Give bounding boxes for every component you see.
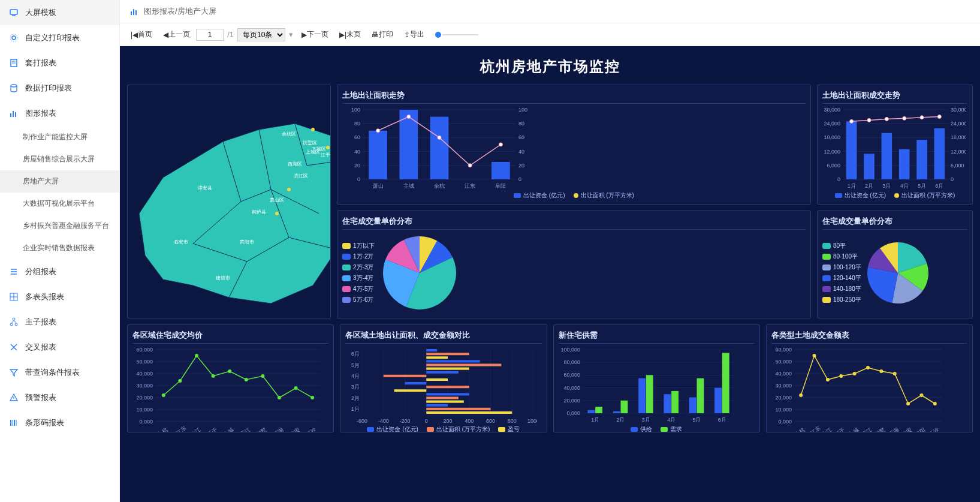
svg-rect-212 [638,378,646,413]
svg-point-3 [10,34,17,41]
svg-rect-187 [427,360,480,362]
svg-text:西湖: 西湖 [888,426,900,432]
svg-point-113 [867,118,871,122]
sidebar-label: 预警报表 [25,392,56,403]
svg-rect-54 [430,117,449,179]
svg-point-79 [326,146,330,149]
svg-text:5月: 5月 [351,362,360,368]
svg-rect-179 [405,382,427,384]
svg-rect-188 [427,363,502,366]
svg-point-252 [839,374,843,378]
svg-point-19 [15,323,17,326]
svg-text:西湖: 西湖 [272,426,284,432]
svg-text:0: 0 [518,176,521,182]
svg-text:江干: 江干 [834,426,846,432]
sidebar-sub-item[interactable]: 大数据可视化展示平台 [0,193,119,215]
svg-text:江干区: 江干区 [321,152,331,158]
svg-rect-31 [135,10,137,15]
pagesize-select[interactable]: 每页10条 [237,28,285,41]
sidebar-label: 图形报表 [25,108,56,119]
legend-item: 1万-2万 [342,252,375,261]
sidebar-item[interactable]: 图形报表 [0,101,119,126]
sidebar-item[interactable]: 条形码报表 [0,410,119,435]
sidebar-item[interactable]: 分组报表 [0,259,119,284]
svg-rect-215 [664,394,671,413]
svg-text:30,000: 30,000 [136,383,153,389]
svg-rect-52 [399,110,418,179]
sidebar-item[interactable]: 多表头报表 [0,284,119,309]
legend-item: 2万-3万 [342,263,375,272]
sidebar-item[interactable]: 大屏模板 [0,0,119,25]
svg-text:0,000: 0,000 [778,419,792,425]
svg-text:萧山区: 萧山区 [270,197,284,203]
svg-text:30,000: 30,000 [951,107,966,113]
sidebar-sub-item[interactable]: 房地产大屏 [0,170,119,193]
sidebar-sub-item[interactable]: 企业实时销售数据报表 [0,237,119,259]
svg-text:滨江: 滨江 [239,426,251,432]
sidebar-item[interactable]: 套打报表 [0,50,119,76]
svg-point-259 [933,402,937,405]
svg-text:下沙: 下沙 [928,426,940,432]
sidebar-label: 自定义打印报表 [25,32,80,43]
svg-point-78 [311,128,315,131]
sidebar-item[interactable]: 交叉报表 [0,335,119,360]
svg-rect-210 [620,401,628,413]
svg-rect-173 [427,411,512,414]
svg-text:拱墅区: 拱墅区 [303,140,317,146]
sidebar-item[interactable]: 自定义打印报表 [0,25,119,50]
sidebar-sub-item[interactable]: 乡村振兴普惠金融服务平台 [0,215,119,237]
svg-text:滨江: 滨江 [861,426,873,432]
svg-text:6月: 6月 [717,417,726,423]
page-total: /1 [227,30,234,39]
zoom-slider-thumb[interactable] [435,32,441,38]
db-icon [8,83,19,94]
sidebar-label: 交叉报表 [25,342,56,353]
svg-rect-104 [882,133,892,179]
svg-text:24,000: 24,000 [951,121,966,127]
svg-text:400: 400 [465,418,474,424]
first-page-button[interactable]: |◀ 首页 [126,27,157,42]
page-input[interactable] [196,29,224,41]
sidebar-item[interactable]: 带查询条件报表 [0,360,119,385]
svg-text:淳安县: 淳安县 [198,185,212,191]
sidebar-sub-item[interactable]: 房屋销售综合展示大屏 [0,148,119,170]
export-button[interactable]: ⇪ 导出 [399,27,429,42]
svg-point-142 [162,393,165,397]
legend-item: 120-140平 [822,274,861,282]
svg-point-150 [294,386,298,390]
svg-text:0,000: 0,000 [139,419,153,425]
sidebar-item[interactable]: 预警报表 [0,385,119,410]
sidebar-item[interactable]: 数据打印报表 [0,76,119,101]
breadcrumb: 图形报表/房地产大屏 [120,0,980,23]
svg-text:1月: 1月 [591,417,599,423]
svg-point-62 [438,136,441,139]
next-page-button[interactable]: ▶ 下一页 [297,27,333,42]
panel-map: 余杭区拱墅区西湖区下城区江干区上城区滨江区萧山区富阳市临安市建德市桐庐县淳安县 [127,85,331,318]
svg-text:之江: 之江 [189,426,201,432]
svg-point-116 [920,116,924,119]
svg-text:1000: 1000 [527,418,537,424]
legend-item: 140-180平 [822,285,861,293]
svg-rect-192 [427,353,470,355]
svg-rect-183 [427,371,459,374]
sidebar-item[interactable]: 主子报表 [0,309,119,335]
svg-rect-181 [394,389,427,392]
panel-land-compare: 各区域土地出让面积、成交金额对比 -600-400-20002004006008… [340,324,547,432]
svg-text:4月: 4月 [667,417,676,423]
gear-icon [8,32,19,43]
svg-text:60,000: 60,000 [563,372,580,378]
sidebar-sub-item[interactable]: 制作业产能监控大屏 [0,126,119,148]
svg-text:20: 20 [354,163,360,169]
print-button[interactable]: 🖶 打印 [367,27,398,42]
last-page-button[interactable]: ▶| 末页 [334,27,366,42]
svg-text:大江东: 大江东 [805,425,822,432]
panel-land-area: 土地出让面积走势 002020404060608080100100萧山主城余杭江… [337,85,811,205]
svg-text:18,000: 18,000 [951,134,966,140]
dashboard: 杭州房地产市场监控 土地出让面积走势 002020404060608080100… [120,46,980,502]
svg-rect-106 [899,149,910,179]
prev-page-button[interactable]: ◀ 上一页 [158,27,195,42]
svg-rect-177 [427,401,465,403]
zoom-slider-track[interactable] [442,34,478,35]
svg-rect-216 [671,391,679,413]
sidebar-label: 数据打印报表 [25,83,72,94]
